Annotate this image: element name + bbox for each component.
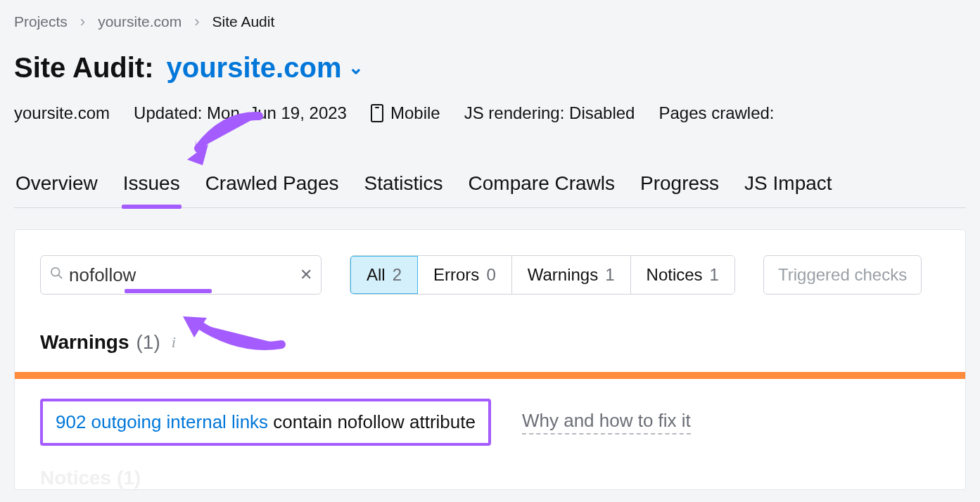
search-box[interactable]: ✕ <box>40 255 322 295</box>
issues-card: ✕ All 2 Errors 0 Warnings 1 Notice <box>14 229 966 490</box>
meta-row: yoursite.com Updated: Mon, Jun 19, 2023 … <box>14 103 966 123</box>
search-icon <box>49 266 63 284</box>
issue-row: 902 outgoing internal links contain nofo… <box>40 379 940 467</box>
page-title-row: Site Audit: yoursite.com ⌄ <box>14 52 966 84</box>
info-icon[interactable]: i <box>172 333 176 352</box>
tab-overview[interactable]: Overview <box>14 172 99 207</box>
filter-row: ✕ All 2 Errors 0 Warnings 1 Notice <box>40 255 940 295</box>
warnings-heading: Warnings (1) i <box>40 331 940 354</box>
meta-domain: yoursite.com <box>14 103 110 123</box>
chevron-right-icon: › <box>80 13 85 31</box>
breadcrumb: Projects › yoursite.com › Site Audit <box>14 13 966 31</box>
svg-line-1 <box>58 275 61 278</box>
seg-all[interactable]: All 2 <box>350 255 419 295</box>
seg-warnings-count: 1 <box>605 265 614 285</box>
clear-icon[interactable]: ✕ <box>300 266 312 284</box>
tab-issues[interactable]: Issues <box>122 172 182 207</box>
breadcrumb-domain[interactable]: yoursite.com <box>98 13 182 30</box>
breadcrumb-current: Site Audit <box>212 13 275 30</box>
seg-errors-count: 0 <box>486 265 495 285</box>
seg-notices-label: Notices <box>647 265 703 285</box>
seg-warnings-label: Warnings <box>528 265 598 285</box>
seg-warnings[interactable]: Warnings 1 <box>512 256 631 294</box>
search-input[interactable] <box>69 264 300 286</box>
page-title: Site Audit: <box>14 52 154 84</box>
seg-notices[interactable]: Notices 1 <box>631 256 734 294</box>
meta-updated: Updated: Mon, Jun 19, 2023 <box>134 103 347 123</box>
triggered-checks-label: Triggered checks <box>778 265 907 285</box>
breadcrumb-projects[interactable]: Projects <box>14 13 68 30</box>
meta-js-rendering: JS rendering: Disabled <box>464 103 635 123</box>
tab-js-impact[interactable]: JS Impact <box>743 172 833 207</box>
triggered-checks-dropdown[interactable]: Triggered checks <box>763 255 922 295</box>
why-how-to-fix-link[interactable]: Why and how to fix it <box>522 410 691 435</box>
meta-pages-crawled: Pages crawled: <box>658 103 774 123</box>
warnings-severity-bar <box>15 372 965 379</box>
issue-link[interactable]: 902 outgoing internal links <box>56 411 268 432</box>
annotation-highlight-box: 902 outgoing internal links contain nofo… <box>40 399 491 446</box>
seg-errors[interactable]: Errors 0 <box>418 256 512 294</box>
mobile-icon <box>371 104 383 122</box>
meta-device: Mobile <box>371 103 440 123</box>
domain-selector[interactable]: yoursite.com ⌄ <box>167 52 364 84</box>
seg-all-label: All <box>367 265 386 285</box>
issue-description: contain nofollow attribute <box>268 411 476 432</box>
tab-compare-crawls[interactable]: Compare Crawls <box>467 172 617 207</box>
seg-notices-count: 1 <box>710 265 719 285</box>
chevron-right-icon: › <box>194 13 199 31</box>
seg-all-count: 2 <box>393 265 402 285</box>
tab-crawled-pages[interactable]: Crawled Pages <box>204 172 341 207</box>
tab-statistics[interactable]: Statistics <box>363 172 445 207</box>
seg-errors-label: Errors <box>433 265 479 285</box>
tab-progress[interactable]: Progress <box>639 172 720 207</box>
notices-heading: Notices (1) <box>40 467 940 489</box>
domain-selector-label: yoursite.com <box>167 52 342 84</box>
issue-type-segmented: All 2 Errors 0 Warnings 1 Notices 1 <box>350 255 735 295</box>
tabs: Overview Issues Crawled Pages Statistics… <box>14 172 966 208</box>
meta-device-label: Mobile <box>390 103 440 123</box>
warnings-heading-count: (1) <box>136 331 160 354</box>
chevron-down-icon: ⌄ <box>348 57 364 79</box>
warnings-heading-label: Warnings <box>40 331 129 354</box>
